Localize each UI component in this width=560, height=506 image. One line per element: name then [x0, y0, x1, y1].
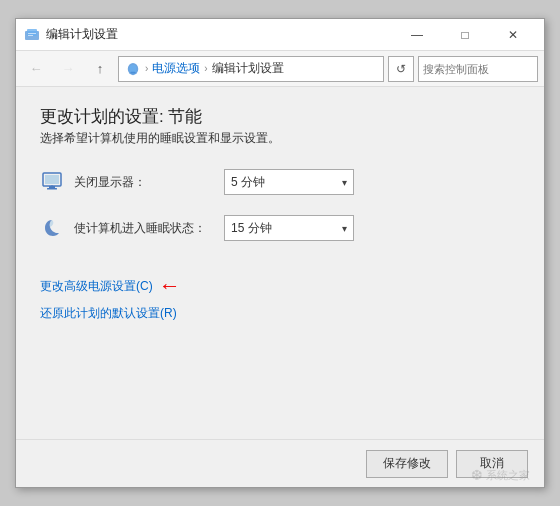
window-title: 编辑计划设置	[46, 26, 118, 43]
breadcrumb-current: 编辑计划设置	[212, 60, 284, 77]
sleep-icon	[40, 216, 64, 240]
monitor-icon	[40, 170, 64, 194]
svg-rect-8	[45, 175, 59, 184]
page-description: 选择希望计算机使用的睡眠设置和显示设置。	[40, 130, 520, 147]
svg-point-11	[51, 185, 52, 186]
display-value: 5 分钟	[231, 174, 265, 191]
breadcrumb-sep1: ›	[145, 63, 148, 74]
advanced-settings-row: 更改高级电源设置(C) ←	[40, 275, 520, 297]
search-input[interactable]	[423, 63, 560, 75]
main-window: 编辑计划设置 — □ ✕ ← → ↑ › 电源选项 › 编辑计划设置	[15, 18, 545, 488]
restore-defaults-row: 还原此计划的默认设置(R)	[40, 305, 520, 322]
save-button[interactable]: 保存修改	[366, 450, 448, 478]
svg-rect-9	[49, 186, 55, 188]
dropdown-arrow-sleep: ▾	[342, 223, 347, 234]
page-title: 更改计划的设置: 节能	[40, 105, 520, 128]
sleep-value: 15 分钟	[231, 220, 272, 237]
red-arrow-icon: ←	[159, 275, 181, 297]
links-section: 更改高级电源设置(C) ← 还原此计划的默认设置(R)	[40, 275, 520, 322]
footer: 保存修改 取消 ❆ 系统之家	[16, 439, 544, 487]
window-icon	[24, 27, 40, 43]
maximize-button[interactable]: □	[442, 19, 488, 51]
forward-button: →	[54, 56, 82, 82]
address-bar: ← → ↑ › 电源选项 › 编辑计划设置 ↺ 🔍	[16, 51, 544, 87]
svg-rect-2	[28, 33, 36, 34]
up-button[interactable]: ↑	[86, 56, 114, 82]
svg-rect-10	[47, 188, 57, 190]
watermark: ❆ 系统之家	[471, 467, 530, 483]
title-bar-controls: — □ ✕	[394, 19, 536, 51]
breadcrumb-sep2: ›	[204, 63, 207, 74]
page-header: 更改计划的设置: 节能 选择希望计算机使用的睡眠设置和显示设置。	[40, 105, 520, 155]
back-button[interactable]: ←	[22, 56, 50, 82]
refresh-icon: ↺	[396, 62, 406, 76]
svg-rect-6	[130, 71, 135, 73]
advanced-settings-link[interactable]: 更改高级电源设置(C)	[40, 278, 153, 295]
sleep-label: 使计算机进入睡眠状态：	[74, 220, 214, 237]
restore-defaults-link[interactable]: 还原此计划的默认设置(R)	[40, 305, 177, 322]
content-area: 更改计划的设置: 节能 选择希望计算机使用的睡眠设置和显示设置。 关闭显示器： …	[16, 87, 544, 439]
display-setting-row: 关闭显示器： 5 分钟 ▾	[40, 169, 520, 195]
breadcrumb: › 电源选项 › 编辑计划设置	[118, 56, 384, 82]
minimize-button[interactable]: —	[394, 19, 440, 51]
title-bar: 编辑计划设置 — □ ✕	[16, 19, 544, 51]
close-button[interactable]: ✕	[490, 19, 536, 51]
title-bar-left: 编辑计划设置	[24, 26, 118, 43]
refresh-button[interactable]: ↺	[388, 56, 414, 82]
search-bar: 🔍	[418, 56, 538, 82]
breadcrumb-root[interactable]: 电源选项	[152, 60, 200, 77]
watermark-text: 系统之家	[486, 468, 530, 483]
svg-rect-3	[28, 35, 33, 36]
sleep-setting-row: 使计算机进入睡眠状态： 15 分钟 ▾	[40, 215, 520, 241]
sleep-dropdown[interactable]: 15 分钟 ▾	[224, 215, 354, 241]
svg-rect-1	[27, 29, 37, 36]
watermark-symbol: ❆	[471, 467, 483, 483]
display-label: 关闭显示器：	[74, 174, 214, 191]
dropdown-arrow-display: ▾	[342, 177, 347, 188]
display-dropdown[interactable]: 5 分钟 ▾	[224, 169, 354, 195]
breadcrumb-icon	[125, 61, 141, 77]
